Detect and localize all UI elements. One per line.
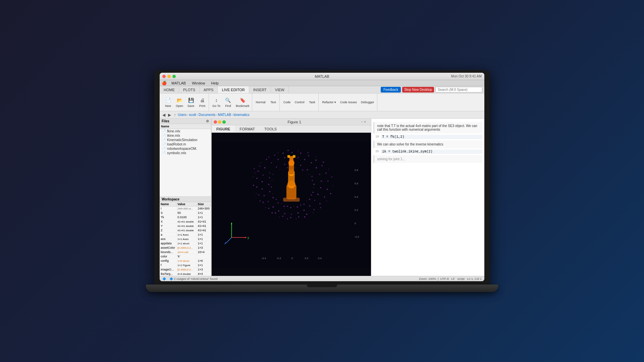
table-row[interactable]: Tk0.01001×1 <box>160 215 211 220</box>
breadcrumb-matlab[interactable]: MATLAB <box>218 113 231 117</box>
bookmark-button[interactable]: 🔖 Bookmark <box>234 96 251 108</box>
print-button[interactable]: 🖨 Print <box>197 96 207 108</box>
text-button[interactable]: Text <box>268 100 278 105</box>
svg-point-16 <box>264 167 265 169</box>
table-row[interactable]: S501×1 <box>160 211 211 215</box>
status-usage: 🔷 <box>162 277 166 281</box>
figure-zoom-out[interactable]: − <box>361 120 363 124</box>
list-item[interactable]: 📄 loadRobot.m <box>160 142 211 146</box>
table-row[interactable]: ans1×1 Axes1×1 <box>160 237 211 241</box>
list-item[interactable]: 📄 fkine.mlx <box>160 129 211 133</box>
tab-insert[interactable]: INSERT <box>249 86 271 93</box>
svg-point-130 <box>271 186 272 187</box>
svg-point-54 <box>324 196 325 197</box>
table-row[interactable]: config1×6 struct1×6 <box>160 259 211 263</box>
tab-figure[interactable]: FIGURE <box>212 125 235 132</box>
table-row[interactable]: X41×41 double41×41 <box>160 220 211 224</box>
line-number-20: 20 <box>373 149 379 153</box>
list-item[interactable]: 📄 robotworkspaceOM. <box>160 146 211 151</box>
table-row[interactable]: bounds...10×4 cell10×4 <box>160 250 211 254</box>
table-row[interactable]: assetColor[0.2000,0.2...1×3 <box>160 246 211 250</box>
workspace-panel: Workspace Name Value Size <box>160 196 211 276</box>
tab-tools[interactable]: TOOLS <box>260 125 281 132</box>
svg-point-128 <box>276 199 277 200</box>
table-row[interactable]: imageO...[0.4000,0.2...1×3 <box>160 267 211 272</box>
refactor-button[interactable]: Refactor ▾ <box>321 100 337 105</box>
code-button[interactable]: Code <box>282 100 292 105</box>
tab-live-editor[interactable]: LIVE EDITOR <box>218 86 249 93</box>
goto-button[interactable]: ↕ Go To <box>211 96 222 108</box>
stop-new-desktop-button[interactable]: Stop New Desktop <box>402 87 434 93</box>
debugger-button[interactable]: Debugger <box>360 100 376 105</box>
svg-point-80 <box>290 207 291 208</box>
new-icon: 📄 <box>165 97 171 104</box>
breadcrumb-documents[interactable]: Documents <box>199 113 216 117</box>
code-comment-3: solving for joint 1... <box>373 155 482 163</box>
save-button[interactable]: 💾 Save <box>186 96 196 108</box>
open-button[interactable]: 📂 Open <box>174 96 184 108</box>
code-issues-button[interactable]: Code Issues <box>339 100 358 105</box>
task-button[interactable]: Task <box>307 100 317 105</box>
svg-point-65 <box>256 186 258 188</box>
tab-format[interactable]: FORMAT <box>235 125 260 132</box>
table-row[interactable]: color'k' <box>160 254 211 259</box>
maximize-button[interactable] <box>172 75 176 78</box>
breadcrumb-kinematics[interactable]: kinematics <box>233 113 249 117</box>
figure-min[interactable] <box>218 120 221 124</box>
table-row[interactable]: Y41×41 double41×41 <box>160 224 211 228</box>
svg-point-36 <box>272 206 274 207</box>
nav-up[interactable]: ↑ <box>173 113 176 117</box>
svg-rect-140 <box>287 155 290 158</box>
svg-point-56 <box>314 209 315 210</box>
breadcrumb-users[interactable]: Users <box>178 113 186 117</box>
figure-zoom-in[interactable]: + <box>364 120 366 124</box>
svg-point-124 <box>300 204 301 205</box>
table-row[interactable]: a1×1 Axes1×1 <box>160 233 211 237</box>
menu-matlab[interactable]: MATLAB <box>170 81 187 85</box>
svg-point-70 <box>284 164 285 165</box>
figure-close[interactable] <box>214 120 217 124</box>
svg-point-43 <box>266 159 267 160</box>
new-button[interactable]: 📄 New <box>163 96 173 108</box>
svg-point-79 <box>297 206 298 207</box>
search-input[interactable] <box>435 87 482 93</box>
file-icon: 📄 <box>162 138 166 142</box>
window-controls <box>162 75 176 78</box>
find-button[interactable]: 🔍 Find <box>223 96 233 108</box>
svg-point-97 <box>331 177 332 178</box>
control-button[interactable]: Control <box>293 100 306 105</box>
tab-plots[interactable]: PLOTS <box>179 86 200 93</box>
list-item[interactable]: 📄 ikine.mlx <box>160 133 211 138</box>
table-row[interactable]: appdata1×1 struct1×1 <box>160 241 211 246</box>
figure-view: y 0.8 0.6 0.4 0.2 0 -0.2 <box>212 133 371 276</box>
list-item[interactable]: 📄 KinematicSimulation <box>160 138 211 142</box>
table-row[interactable]: f1×1 Figure1×1 <box>160 263 211 267</box>
svg-point-121 <box>313 187 314 188</box>
close-button[interactable] <box>162 75 166 78</box>
tab-apps[interactable]: APPS <box>200 86 218 93</box>
file-list: Name 📄 fkine.mlx 📄 ikine.mlx <box>160 124 211 196</box>
files-options[interactable]: ⚙ <box>206 119 209 123</box>
menu-apple[interactable]: 🍎 <box>162 81 167 85</box>
menu-help[interactable]: Help <box>210 81 220 85</box>
nav-forward[interactable]: ▶ <box>167 113 172 117</box>
list-item[interactable]: 📄 symbolic.mlx <box>160 151 211 155</box>
code-panel-content[interactable]: note that T.T is the actual 4x4 matrix p… <box>371 119 484 276</box>
feedback-button[interactable]: Feedback <box>381 87 401 93</box>
normal-button[interactable]: Normal <box>254 100 267 105</box>
table-row[interactable]: Z41×41 double41×41 <box>160 228 211 233</box>
tab-view[interactable]: VIEW <box>271 86 289 93</box>
status-bar: 🔷 🔷 2 usages of 'robotContour' found Zoo… <box>160 276 484 281</box>
table-row[interactable]: ikaTarg...4×4 double4×4 <box>160 272 211 276</box>
breadcrumb-scott[interactable]: scott <box>189 113 196 117</box>
svg-point-125 <box>294 206 294 207</box>
table-row[interactable]: I246×300 ul...246×300 <box>160 206 211 211</box>
svg-point-33 <box>291 214 292 215</box>
svg-point-19 <box>284 157 285 158</box>
nav-back[interactable]: ◀ <box>162 113 166 117</box>
minimize-button[interactable] <box>167 75 171 78</box>
tab-home[interactable]: HOME <box>160 86 179 93</box>
menu-window[interactable]: Window <box>191 81 206 85</box>
figure-max[interactable] <box>222 120 226 124</box>
svg-point-117 <box>295 168 296 168</box>
